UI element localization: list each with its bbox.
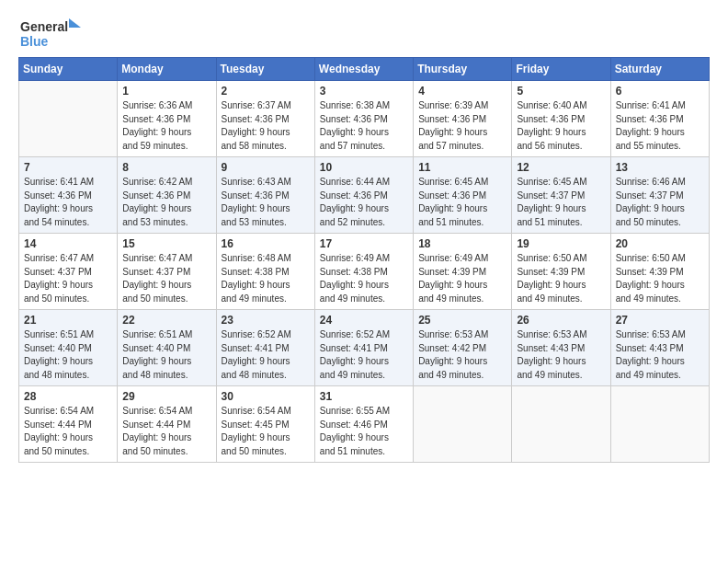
calendar-cell [610,386,709,463]
logo: GeneralBlue [18,17,83,50]
day-info: Sunrise: 6:50 AMSunset: 4:39 PMDaylight:… [517,252,605,305]
day-info: Sunrise: 6:53 AMSunset: 4:42 PMDaylight:… [418,328,506,382]
calendar-cell: 15Sunrise: 6:47 AMSunset: 4:37 PMDayligh… [118,234,216,310]
day-number: 30 [222,390,310,403]
day-number: 16 [222,237,310,250]
calendar-header-wednesday: Wednesday [314,58,413,81]
calendar-cell [512,386,610,463]
day-number: 9 [222,161,310,174]
day-number: 5 [517,85,605,98]
svg-text:Blue: Blue [20,34,49,49]
calendar-table: SundayMondayTuesdayWednesdayThursdayFrid… [18,57,710,463]
day-number: 3 [320,85,408,98]
calendar-week-row-4: 21Sunrise: 6:51 AMSunset: 4:40 PMDayligh… [19,310,710,386]
calendar-cell: 25Sunrise: 6:53 AMSunset: 4:42 PMDayligh… [414,310,512,386]
day-info: Sunrise: 6:47 AMSunset: 4:37 PMDaylight:… [122,252,210,305]
day-info: Sunrise: 6:55 AMSunset: 4:46 PMDaylight:… [320,405,408,458]
day-info: Sunrise: 6:49 AMSunset: 4:39 PMDaylight:… [418,252,506,305]
calendar-cell: 12Sunrise: 6:45 AMSunset: 4:37 PMDayligh… [512,157,610,234]
calendar-cell: 7Sunrise: 6:41 AMSunset: 4:36 PMDaylight… [19,157,118,234]
calendar-header-tuesday: Tuesday [216,58,314,81]
day-info: Sunrise: 6:38 AMSunset: 4:36 PMDaylight:… [320,99,408,153]
day-info: Sunrise: 6:50 AMSunset: 4:39 PMDaylight:… [616,252,704,305]
day-info: Sunrise: 6:41 AMSunset: 4:36 PMDaylight:… [24,176,112,229]
calendar-cell: 13Sunrise: 6:46 AMSunset: 4:37 PMDayligh… [610,157,709,234]
day-info: Sunrise: 6:47 AMSunset: 4:37 PMDaylight:… [24,252,112,305]
svg-marker-0 [69,18,81,28]
day-number: 27 [616,314,704,327]
day-info: Sunrise: 6:45 AMSunset: 4:37 PMDaylight:… [517,176,605,229]
calendar-cell: 29Sunrise: 6:54 AMSunset: 4:44 PMDayligh… [118,386,216,463]
day-number: 25 [418,314,506,327]
calendar-cell [414,386,512,463]
day-number: 22 [122,314,210,327]
header: GeneralBlue [18,17,710,50]
day-number: 13 [616,161,704,174]
day-number: 12 [517,161,605,174]
day-info: Sunrise: 6:49 AMSunset: 4:38 PMDaylight:… [320,252,408,305]
day-info: Sunrise: 6:51 AMSunset: 4:40 PMDaylight:… [122,328,210,382]
day-info: Sunrise: 6:36 AMSunset: 4:36 PMDaylight:… [122,99,210,153]
day-number: 6 [616,85,704,98]
day-number: 17 [320,237,408,250]
day-info: Sunrise: 6:37 AMSunset: 4:36 PMDaylight:… [222,99,310,153]
day-info: Sunrise: 6:48 AMSunset: 4:38 PMDaylight:… [222,252,310,305]
calendar-cell: 2Sunrise: 6:37 AMSunset: 4:36 PMDaylight… [216,81,314,157]
day-info: Sunrise: 6:40 AMSunset: 4:36 PMDaylight:… [517,99,605,153]
calendar-cell: 28Sunrise: 6:54 AMSunset: 4:44 PMDayligh… [19,386,118,463]
day-number: 2 [222,85,310,98]
day-info: Sunrise: 6:54 AMSunset: 4:44 PMDaylight:… [24,405,112,458]
day-number: 8 [122,161,210,174]
calendar-cell: 30Sunrise: 6:54 AMSunset: 4:45 PMDayligh… [216,386,314,463]
day-number: 15 [122,237,210,250]
calendar-header-monday: Monday [118,58,216,81]
calendar-cell: 9Sunrise: 6:43 AMSunset: 4:36 PMDaylight… [216,157,314,234]
calendar-cell: 26Sunrise: 6:53 AMSunset: 4:43 PMDayligh… [512,310,610,386]
calendar-cell: 24Sunrise: 6:52 AMSunset: 4:41 PMDayligh… [314,310,413,386]
day-number: 10 [320,161,408,174]
day-number: 4 [418,85,506,98]
day-info: Sunrise: 6:44 AMSunset: 4:36 PMDaylight:… [320,176,408,229]
calendar-cell: 20Sunrise: 6:50 AMSunset: 4:39 PMDayligh… [610,234,709,310]
logo-svg: GeneralBlue [18,17,83,50]
calendar-cell: 5Sunrise: 6:40 AMSunset: 4:36 PMDaylight… [512,81,610,157]
day-number: 18 [418,237,506,250]
day-info: Sunrise: 6:51 AMSunset: 4:40 PMDaylight:… [24,328,112,382]
day-number: 28 [24,390,112,403]
calendar-cell: 17Sunrise: 6:49 AMSunset: 4:38 PMDayligh… [314,234,413,310]
day-number: 26 [517,314,605,327]
calendar-header-row: SundayMondayTuesdayWednesdayThursdayFrid… [19,58,710,81]
day-info: Sunrise: 6:39 AMSunset: 4:36 PMDaylight:… [418,99,506,153]
calendar-header-sunday: Sunday [19,58,118,81]
calendar-header-saturday: Saturday [610,58,709,81]
calendar-cell: 22Sunrise: 6:51 AMSunset: 4:40 PMDayligh… [118,310,216,386]
svg-text:General: General [20,19,68,34]
calendar-cell: 31Sunrise: 6:55 AMSunset: 4:46 PMDayligh… [314,386,413,463]
day-info: Sunrise: 6:52 AMSunset: 4:41 PMDaylight:… [222,328,310,382]
day-number: 1 [122,85,210,98]
day-info: Sunrise: 6:54 AMSunset: 4:45 PMDaylight:… [222,405,310,458]
calendar-cell: 4Sunrise: 6:39 AMSunset: 4:36 PMDaylight… [414,81,512,157]
calendar-cell: 21Sunrise: 6:51 AMSunset: 4:40 PMDayligh… [19,310,118,386]
day-info: Sunrise: 6:53 AMSunset: 4:43 PMDaylight:… [616,328,704,382]
calendar-cell: 23Sunrise: 6:52 AMSunset: 4:41 PMDayligh… [216,310,314,386]
calendar-week-row-2: 7Sunrise: 6:41 AMSunset: 4:36 PMDaylight… [19,157,710,234]
day-info: Sunrise: 6:53 AMSunset: 4:43 PMDaylight:… [517,328,605,382]
day-number: 21 [24,314,112,327]
day-number: 11 [418,161,506,174]
calendar-header-friday: Friday [512,58,610,81]
calendar-week-row-1: 1Sunrise: 6:36 AMSunset: 4:36 PMDaylight… [19,81,710,157]
calendar-cell: 11Sunrise: 6:45 AMSunset: 4:36 PMDayligh… [414,157,512,234]
day-info: Sunrise: 6:43 AMSunset: 4:36 PMDaylight:… [222,176,310,229]
calendar-cell: 27Sunrise: 6:53 AMSunset: 4:43 PMDayligh… [610,310,709,386]
calendar-cell [19,81,118,157]
calendar-header-thursday: Thursday [414,58,512,81]
calendar-cell: 1Sunrise: 6:36 AMSunset: 4:36 PMDaylight… [118,81,216,157]
day-info: Sunrise: 6:54 AMSunset: 4:44 PMDaylight:… [122,405,210,458]
day-number: 23 [222,314,310,327]
calendar-cell: 18Sunrise: 6:49 AMSunset: 4:39 PMDayligh… [414,234,512,310]
day-number: 7 [24,161,112,174]
calendar-cell: 8Sunrise: 6:42 AMSunset: 4:36 PMDaylight… [118,157,216,234]
calendar-cell: 14Sunrise: 6:47 AMSunset: 4:37 PMDayligh… [19,234,118,310]
day-number: 20 [616,237,704,250]
